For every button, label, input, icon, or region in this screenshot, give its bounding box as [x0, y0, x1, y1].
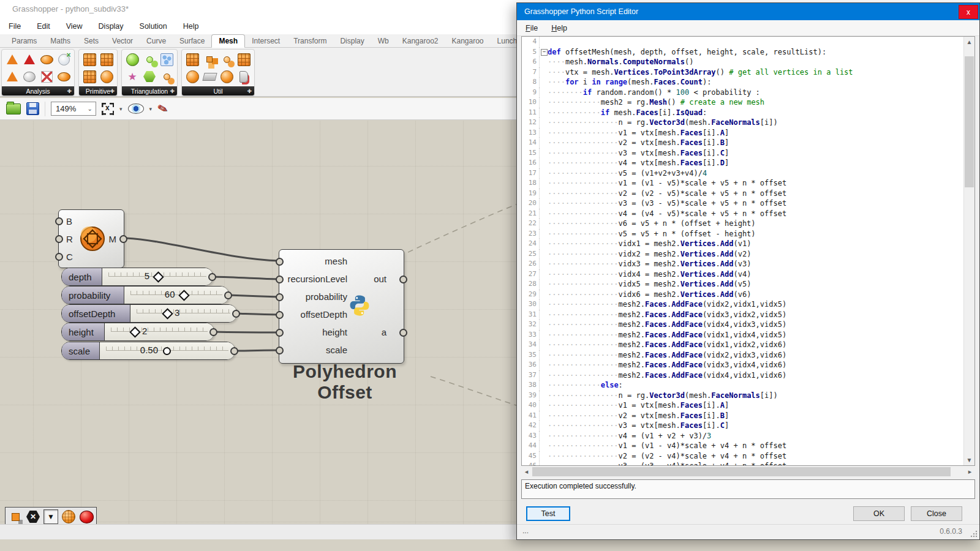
- close-button[interactable]: Close: [911, 506, 962, 521]
- code-line[interactable]: 16················v4 = vtx[mesh.Faces[i]…: [522, 158, 963, 168]
- test-button[interactable]: Test: [526, 506, 570, 521]
- code-line[interactable]: 13················v1 = vtx[mesh.Faces[i]…: [522, 128, 963, 138]
- resize-grip[interactable]: [970, 530, 978, 538]
- input-port-r[interactable]: [55, 235, 63, 243]
- face-normals-icon[interactable]: [4, 69, 20, 84]
- mesh-flip-icon[interactable]: [236, 69, 252, 84]
- face-boundaries-icon[interactable]: [39, 69, 55, 84]
- py-input-port-scale[interactable]: [276, 347, 284, 354]
- preview-wire-icon[interactable]: [61, 509, 77, 524]
- preview-dropdown-icon[interactable]: ▾: [149, 106, 153, 112]
- code-line[interactable]: 35················mesh2.Faces.AddFace(vi…: [522, 350, 963, 361]
- mesh-explode-icon[interactable]: [202, 51, 217, 67]
- mesh-weld-icon[interactable]: [219, 51, 235, 67]
- code-line[interactable]: 28················vidx5 = mesh2.Vertices…: [522, 279, 963, 290]
- selection-arrow-icon[interactable]: [7, 509, 23, 524]
- python-script-component[interactable]: meshrecursionLevelprobabilityoffsetDepth…: [279, 249, 404, 364]
- open-file-icon[interactable]: [6, 103, 21, 114]
- save-file-icon[interactable]: [26, 102, 39, 115]
- zoom-extents-dropdown-icon[interactable]: ▾: [119, 106, 123, 112]
- slider-scale[interactable]: scale0.50: [61, 342, 235, 360]
- tab-curve[interactable]: Curve: [140, 35, 173, 47]
- slider-knob-scale[interactable]: [163, 347, 171, 355]
- slider-output-port-depth[interactable]: [208, 273, 216, 281]
- code-line[interactable]: 8····for i in range(mesh.Faces.Count):: [522, 77, 963, 88]
- code-line[interactable]: 23················v5 = v5 + n * (offset …: [522, 229, 963, 239]
- py-input-port-height[interactable]: [276, 329, 284, 337]
- slider-probability[interactable]: probability60: [61, 286, 229, 304]
- py-input-port-offsetdepth[interactable]: [276, 311, 284, 319]
- slider-track-probability[interactable]: 60: [124, 287, 228, 304]
- code-line[interactable]: 20················v3 = (v3 - v5)*scale +…: [522, 198, 963, 209]
- tab-display[interactable]: Display: [333, 35, 371, 47]
- code-line[interactable]: 44················v1 = (v1 - v4)*scale +…: [522, 441, 963, 451]
- close-window-button[interactable]: x: [959, 5, 978, 19]
- code-line[interactable]: 31················mesh2.Faces.AddFace(vi…: [522, 310, 963, 320]
- code-line[interactable]: 24················vidx1 = mesh2.Vertices…: [522, 239, 963, 249]
- mesh-join-icon[interactable]: [184, 51, 200, 67]
- code-line[interactable]: 34················mesh2.Faces.AddFace(vi…: [522, 340, 963, 350]
- code-editor[interactable]: 45−def offsetMesh(mesh, depth, offset, h…: [521, 36, 975, 466]
- code-line[interactable]: 30················mesh2.Faces.AddFace(vi…: [522, 299, 963, 310]
- wire-probability[interactable]: [228, 295, 279, 297]
- editor-menu-help[interactable]: Help: [551, 24, 567, 32]
- input-port-c[interactable]: [55, 253, 63, 261]
- wire-recursionlevel[interactable]: [213, 277, 279, 279]
- fold-collapse-icon[interactable]: −: [541, 49, 548, 56]
- code-line[interactable]: 11············if mesh.Faces[i].IsQuad:: [522, 108, 963, 118]
- tab-kangaroo[interactable]: Kangaroo: [445, 35, 490, 47]
- code-line[interactable]: 7····vtx = mesh.Vertices.ToPoint3dArray(…: [522, 67, 963, 78]
- mesh-sphere-icon[interactable]: [99, 69, 115, 84]
- py-output-port-out[interactable]: [399, 276, 407, 283]
- mesh-split-icon[interactable]: [236, 51, 252, 67]
- disable-preview-icon[interactable]: ✕: [25, 509, 41, 524]
- tab-intersect[interactable]: Intersect: [245, 35, 287, 47]
- scroll-right-icon[interactable]: ▸: [965, 467, 975, 477]
- slider-output-port-offsetdepth[interactable]: [232, 310, 240, 318]
- horizontal-scrollbar[interactable]: ◂ ▸: [521, 467, 975, 477]
- slider-track-scale[interactable]: 0.50: [100, 342, 235, 359]
- code-line[interactable]: 36················mesh2.Faces.AddFace(vi…: [522, 360, 963, 370]
- code-line[interactable]: 5−def offsetMesh(mesh, depth, offset, he…: [522, 47, 963, 58]
- vertical-scrollbar[interactable]: ▲ ▼: [963, 37, 974, 465]
- tab-vector[interactable]: Vector: [105, 35, 140, 47]
- sketch-pen-icon[interactable]: ✎: [156, 100, 168, 116]
- populate-3d-icon[interactable]: [159, 51, 175, 67]
- metaball-icon[interactable]: [141, 51, 157, 67]
- slider-offsetdepth[interactable]: offsetDepth3: [61, 304, 237, 323]
- slider-height[interactable]: height2: [61, 323, 214, 341]
- mesh-box-component[interactable]: BRCM: [58, 209, 124, 268]
- code-line[interactable]: 21················v4 = (v4 - v5)*scale +…: [522, 209, 963, 219]
- code-line[interactable]: 41················v2 = vtx[mesh.Faces[i]…: [522, 411, 963, 421]
- expand-group-icon[interactable]: ✚: [247, 88, 252, 94]
- code-line[interactable]: 4: [522, 37, 963, 47]
- code-line[interactable]: 38············else:: [522, 380, 963, 391]
- code-line[interactable]: 45················v2 = (v2 - v4)*scale +…: [522, 451, 963, 462]
- voronoi-icon[interactable]: ★: [124, 69, 140, 84]
- code-line[interactable]: 9········if random.random() * 100 < prob…: [522, 88, 963, 98]
- horizontal-scroll-thumb[interactable]: [532, 467, 951, 476]
- output-port-m[interactable]: [119, 235, 127, 243]
- tab-mesh[interactable]: Mesh: [211, 34, 245, 48]
- code-lines[interactable]: 45−def offsetMesh(mesh, depth, offset, h…: [522, 37, 963, 465]
- code-line[interactable]: 37················mesh2.Faces.AddFace(vi…: [522, 370, 963, 381]
- menu-display[interactable]: Display: [99, 22, 124, 31]
- code-line[interactable]: 43················v4 = (v1 + v2 + v3)/3: [522, 431, 963, 441]
- code-line[interactable]: 10············mesh2 = rg.Mesh() # create…: [522, 97, 963, 108]
- editor-titlebar[interactable]: Grasshopper Python Script Editor x: [517, 3, 979, 20]
- code-line[interactable]: 33················mesh2.Faces.AddFace(vi…: [522, 330, 963, 340]
- code-line[interactable]: 27················vidx4 = mesh2.Vertices…: [522, 269, 963, 280]
- convex-hull-icon[interactable]: [141, 69, 157, 84]
- mesh-slab-icon[interactable]: [202, 69, 217, 84]
- scroll-down-icon[interactable]: ▼: [964, 455, 974, 465]
- deconstruct-face-icon[interactable]: [21, 51, 37, 67]
- code-line[interactable]: 25················vidx2 = mesh2.Vertices…: [522, 249, 963, 260]
- py-input-port-probability[interactable]: [276, 293, 284, 301]
- mesh-edges-icon[interactable]: [39, 51, 55, 67]
- menu-edit[interactable]: Edit: [37, 22, 50, 31]
- py-input-port-recursionlevel[interactable]: [276, 276, 284, 283]
- mesh-eval-icon[interactable]: [56, 69, 72, 84]
- menu-help[interactable]: Help: [183, 22, 199, 31]
- isosurface-icon[interactable]: [159, 69, 175, 84]
- tab-sets[interactable]: Sets: [77, 35, 105, 47]
